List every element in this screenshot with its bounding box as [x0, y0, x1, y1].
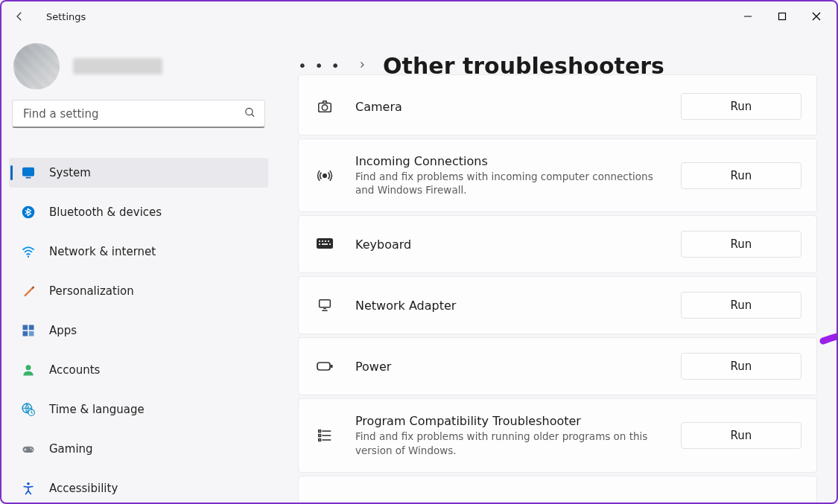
window-controls [731, 3, 834, 30]
svg-rect-30 [320, 300, 331, 307]
run-button[interactable]: Run [681, 353, 802, 380]
card-description: Find and fix problems with incoming comp… [355, 170, 660, 197]
keyboard-icon [315, 237, 334, 251]
sidebar-item-label: Personalization [49, 284, 134, 298]
person-icon [21, 363, 36, 377]
card-description: Find and fix problems with running older… [355, 430, 660, 456]
battery-icon [315, 360, 334, 372]
troubleshooter-card: Network AdapterRun [298, 276, 817, 334]
svg-line-3 [252, 114, 254, 116]
back-button[interactable] [9, 6, 30, 27]
svg-point-7 [28, 256, 29, 258]
troubleshooter-card: Incoming ConnectionsFind and fix problem… [298, 138, 817, 212]
globe-clock-icon [21, 402, 36, 417]
sidebar-item-personalization[interactable]: Personalization [9, 276, 268, 306]
search-icon [244, 106, 256, 122]
run-button[interactable]: Run [681, 231, 802, 258]
sidebar-item-label: Bluetooth & devices [49, 205, 162, 219]
svg-rect-4 [23, 168, 34, 176]
arrow-annotation [819, 319, 837, 356]
svg-point-2 [246, 108, 253, 115]
svg-rect-26 [328, 240, 329, 242]
sidebar: SystemBluetooth & devicesNetwork & inter… [1, 31, 276, 503]
svg-rect-24 [322, 240, 323, 242]
svg-rect-1 [779, 13, 786, 20]
svg-rect-10 [23, 331, 28, 336]
nav: SystemBluetooth & devicesNetwork & inter… [9, 158, 268, 503]
troubleshooter-card: Program Compatibility TroubleshooterFind… [298, 398, 817, 472]
close-button[interactable] [799, 3, 834, 30]
run-button[interactable]: Run [681, 93, 802, 120]
compat-icon [315, 427, 334, 444]
svg-rect-31 [317, 363, 330, 370]
svg-rect-11 [29, 331, 34, 336]
sidebar-item-accessibility[interactable]: Accessibility [9, 473, 268, 503]
gamepad-icon [21, 441, 36, 456]
search-input[interactable] [12, 100, 265, 128]
sidebar-item-label: Time & language [49, 403, 145, 416]
svg-rect-37 [319, 439, 321, 441]
svg-rect-9 [29, 325, 34, 331]
sidebar-item-label: Accounts [49, 363, 100, 377]
card-title: Incoming Connections [355, 154, 660, 168]
camera-icon [315, 98, 334, 115]
profile[interactable] [9, 43, 268, 89]
troubleshooter-card [298, 476, 817, 503]
apps-icon [21, 323, 36, 338]
sidebar-item-label: System [49, 166, 91, 179]
sidebar-item-accounts[interactable]: Accounts [9, 355, 268, 385]
svg-rect-5 [26, 177, 31, 179]
breadcrumb-ellipsis[interactable]: • • • [298, 57, 341, 74]
run-button[interactable]: Run [681, 162, 802, 189]
svg-rect-29 [329, 243, 331, 245]
svg-rect-23 [319, 240, 320, 242]
sidebar-item-label: Apps [49, 324, 77, 337]
troubleshooter-list: CameraRun Incoming ConnectionsFind and f… [298, 91, 817, 503]
svg-point-20 [322, 105, 327, 110]
troubleshooter-card: CameraRun [298, 74, 817, 135]
bluetooth-icon [21, 205, 36, 220]
svg-rect-33 [319, 430, 321, 433]
broadcast-icon [315, 168, 334, 184]
system-icon [21, 165, 36, 180]
run-button[interactable]: Run [681, 422, 802, 449]
main: • • • Other troubleshooters CameraRun In… [276, 31, 837, 503]
troubleshooter-card: PowerRun [298, 337, 817, 395]
brush-icon [21, 284, 36, 299]
sidebar-item-label: Accessibility [49, 482, 118, 495]
svg-rect-8 [23, 325, 28, 331]
svg-point-16 [30, 447, 31, 449]
sidebar-item-apps[interactable]: Apps [9, 316, 268, 345]
sidebar-item-time-language[interactable]: Time & language [9, 395, 268, 424]
svg-point-21 [323, 173, 327, 177]
card-title: Camera [355, 100, 660, 114]
card-title: Keyboard [355, 237, 660, 252]
accessibility-icon [21, 481, 36, 496]
sidebar-item-network-internet[interactable]: Network & internet [9, 237, 268, 267]
svg-rect-25 [325, 240, 326, 242]
netadapter-icon [315, 297, 334, 313]
svg-rect-32 [331, 365, 333, 368]
sidebar-item-system[interactable]: System [9, 158, 268, 188]
avatar [13, 43, 60, 89]
chevron-right-icon [358, 60, 366, 71]
sidebar-item-label: Network & internet [49, 245, 156, 258]
wifi-icon [21, 244, 36, 259]
window-title: Settings [46, 11, 86, 22]
sidebar-item-bluetooth-devices[interactable]: Bluetooth & devices [9, 197, 268, 227]
card-title: Network Adapter [355, 299, 660, 313]
svg-rect-27 [319, 243, 320, 245]
maximize-button[interactable] [765, 3, 799, 30]
card-title: Program Compatibility Troubleshooter [355, 414, 660, 428]
username-redacted [73, 58, 162, 74]
minimize-button[interactable] [731, 3, 765, 30]
settings-window: Settings SystemBluetooth & devicesNetwor… [0, 0, 838, 504]
run-button[interactable]: Run [681, 292, 802, 319]
sidebar-item-label: Gaming [49, 442, 93, 456]
titlebar: Settings [1, 1, 837, 31]
troubleshooter-card: KeyboardRun [298, 215, 817, 273]
svg-rect-35 [319, 435, 321, 437]
svg-point-18 [27, 482, 30, 485]
svg-point-12 [26, 365, 31, 370]
sidebar-item-gaming[interactable]: Gaming [9, 434, 268, 464]
